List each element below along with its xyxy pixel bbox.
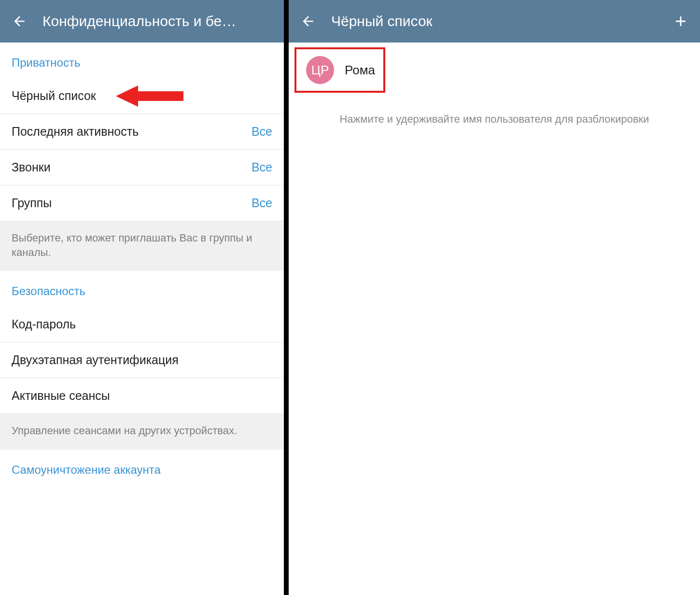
back-button[interactable] xyxy=(296,10,320,33)
page-title: Конфиденциальность и бе… xyxy=(42,13,276,29)
blocked-user-row[interactable]: ЦР Рома xyxy=(294,47,385,93)
item-value: Все xyxy=(252,125,272,139)
item-groups[interactable]: Группы Все xyxy=(0,185,284,221)
arrow-left-icon xyxy=(12,14,27,29)
unblock-hint-text: Нажмите и удерживайте имя пользователя д… xyxy=(289,98,700,127)
item-calls[interactable]: Звонки Все xyxy=(0,150,284,185)
header-bar: Чёрный список xyxy=(289,0,700,42)
item-label: Звонки xyxy=(12,160,51,174)
plus-icon xyxy=(672,13,689,29)
header-bar: Конфиденциальность и бе… xyxy=(0,0,284,42)
blocked-users-screen: Чёрный список ЦР Рома Нажмите и удержива… xyxy=(289,0,700,595)
item-blocked-users[interactable]: Чёрный список xyxy=(0,78,284,114)
item-active-sessions[interactable]: Активные сеансы xyxy=(0,378,284,414)
item-passcode[interactable]: Код-пароль xyxy=(0,307,284,342)
item-label: Код-пароль xyxy=(12,317,76,331)
item-label: Активные сеансы xyxy=(12,389,110,403)
section-self-destruct-header: Самоуничтожение аккаунта xyxy=(0,450,284,485)
user-name: Рома xyxy=(345,63,375,78)
svg-marker-0 xyxy=(116,85,183,107)
item-value: Все xyxy=(252,196,272,210)
section-security-header: Безопасность xyxy=(0,271,284,307)
avatar: ЦР xyxy=(306,56,334,84)
security-hint-text: Управление сеансами на других устройства… xyxy=(0,414,284,450)
item-label: Группы xyxy=(12,196,52,210)
panel-divider xyxy=(284,0,289,595)
privacy-settings-screen: Конфиденциальность и бе… Приватность Чёр… xyxy=(0,0,284,595)
back-button[interactable] xyxy=(8,10,31,33)
item-last-seen[interactable]: Последняя активность Все xyxy=(0,114,284,150)
page-title: Чёрный список xyxy=(331,13,669,29)
section-privacy-header: Приватность xyxy=(0,42,284,78)
item-two-step[interactable]: Двухэтапная аутентификация xyxy=(0,342,284,378)
item-value: Все xyxy=(252,160,272,174)
privacy-hint-text: Выберите, кто может приглашать Вас в гру… xyxy=(0,221,284,271)
item-label: Чёрный список xyxy=(12,89,96,103)
add-button[interactable] xyxy=(669,10,692,33)
item-label: Последняя активность xyxy=(12,125,139,139)
annotation-arrow-icon xyxy=(116,83,183,110)
arrow-left-icon xyxy=(300,14,316,29)
item-label: Двухэтапная аутентификация xyxy=(12,353,179,367)
